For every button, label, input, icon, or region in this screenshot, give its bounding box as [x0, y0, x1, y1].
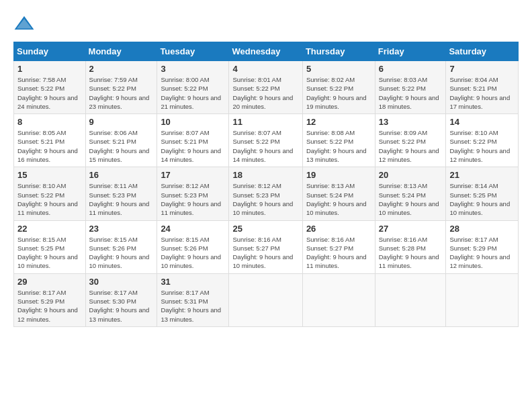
calendar-cell: 7Sunrise: 8:04 AMSunset: 5:21 PMDaylight…: [446, 61, 519, 114]
calendar-cell: 26Sunrise: 8:16 AMSunset: 5:27 PMDayligh…: [302, 220, 375, 273]
calendar-cell: 8Sunrise: 8:05 AMSunset: 5:21 PMDaylight…: [14, 114, 86, 167]
day-info: Sunrise: 8:07 AMSunset: 5:22 PMDaylight:…: [232, 128, 298, 164]
day-info: Sunrise: 8:17 AMSunset: 5:30 PMDaylight:…: [89, 288, 154, 324]
header-friday: Friday: [375, 42, 446, 61]
day-number: 20: [379, 170, 443, 180]
calendar-cell: 1Sunrise: 7:58 AMSunset: 5:22 PMDaylight…: [14, 61, 86, 114]
calendar-cell: 5Sunrise: 8:02 AMSunset: 5:22 PMDaylight…: [302, 61, 375, 114]
day-number: 19: [306, 170, 371, 180]
header-monday: Monday: [85, 42, 157, 61]
calendar-cell: 28Sunrise: 8:17 AMSunset: 5:29 PMDayligh…: [446, 220, 519, 273]
calendar-cell: 27Sunrise: 8:16 AMSunset: 5:28 PMDayligh…: [375, 220, 446, 273]
day-number: 28: [449, 224, 515, 234]
day-info: Sunrise: 8:15 AMSunset: 5:26 PMDaylight:…: [89, 235, 154, 271]
calendar-cell: 14Sunrise: 8:10 AMSunset: 5:22 PMDayligh…: [446, 114, 519, 167]
day-info: Sunrise: 8:17 AMSunset: 5:31 PMDaylight:…: [161, 288, 225, 324]
day-info: Sunrise: 8:16 AMSunset: 5:27 PMDaylight:…: [232, 235, 298, 271]
day-info: Sunrise: 8:15 AMSunset: 5:26 PMDaylight:…: [161, 235, 225, 271]
week-row-2: 15Sunrise: 8:10 AMSunset: 5:22 PMDayligh…: [14, 167, 519, 220]
day-info: Sunrise: 8:09 AMSunset: 5:22 PMDaylight:…: [379, 128, 443, 164]
calendar-body: 1Sunrise: 7:58 AMSunset: 5:22 PMDaylight…: [14, 61, 519, 327]
day-number: 24: [161, 224, 225, 234]
day-info: Sunrise: 8:15 AMSunset: 5:25 PMDaylight:…: [17, 235, 82, 271]
day-info: Sunrise: 8:11 AMSunset: 5:23 PMDaylight:…: [89, 181, 154, 217]
day-number: 29: [17, 277, 82, 287]
calendar-cell: 15Sunrise: 8:10 AMSunset: 5:22 PMDayligh…: [14, 167, 86, 220]
header-thursday: Thursday: [302, 42, 375, 61]
day-number: 25: [232, 224, 298, 234]
day-number: 10: [161, 117, 225, 127]
day-info: Sunrise: 8:05 AMSunset: 5:21 PMDaylight:…: [17, 128, 82, 164]
header-wednesday: Wednesday: [229, 42, 302, 61]
calendar-cell: 29Sunrise: 8:17 AMSunset: 5:29 PMDayligh…: [14, 273, 86, 326]
day-info: Sunrise: 8:07 AMSunset: 5:21 PMDaylight:…: [161, 128, 225, 164]
header-tuesday: Tuesday: [157, 42, 229, 61]
day-info: Sunrise: 8:12 AMSunset: 5:23 PMDaylight:…: [232, 181, 298, 217]
day-number: 4: [232, 64, 298, 74]
calendar-cell: 16Sunrise: 8:11 AMSunset: 5:23 PMDayligh…: [85, 167, 157, 220]
day-info: Sunrise: 8:16 AMSunset: 5:28 PMDaylight:…: [379, 235, 443, 271]
day-info: Sunrise: 8:03 AMSunset: 5:22 PMDaylight:…: [379, 75, 443, 111]
day-info: Sunrise: 8:06 AMSunset: 5:21 PMDaylight:…: [89, 128, 154, 164]
week-row-0: 1Sunrise: 7:58 AMSunset: 5:22 PMDaylight…: [14, 61, 519, 114]
day-number: 23: [89, 224, 154, 234]
header-saturday: Saturday: [446, 42, 519, 61]
day-info: Sunrise: 7:58 AMSunset: 5:22 PMDaylight:…: [17, 75, 82, 111]
day-info: Sunrise: 7:59 AMSunset: 5:22 PMDaylight:…: [89, 75, 154, 111]
day-info: Sunrise: 8:10 AMSunset: 5:22 PMDaylight:…: [449, 128, 515, 164]
day-number: 2: [89, 64, 154, 74]
week-row-3: 22Sunrise: 8:15 AMSunset: 5:25 PMDayligh…: [14, 220, 519, 273]
calendar-cell: 4Sunrise: 8:01 AMSunset: 5:22 PMDaylight…: [229, 61, 302, 114]
calendar-cell: 18Sunrise: 8:12 AMSunset: 5:23 PMDayligh…: [229, 167, 302, 220]
day-info: Sunrise: 8:02 AMSunset: 5:22 PMDaylight:…: [306, 75, 371, 111]
logo: [13, 13, 38, 35]
day-info: Sunrise: 8:14 AMSunset: 5:25 PMDaylight:…: [449, 181, 515, 217]
calendar-cell: 11Sunrise: 8:07 AMSunset: 5:22 PMDayligh…: [229, 114, 302, 167]
day-number: 3: [161, 64, 225, 74]
calendar-header: SundayMondayTuesdayWednesdayThursdayFrid…: [14, 42, 519, 61]
calendar-cell: 3Sunrise: 8:00 AMSunset: 5:22 PMDaylight…: [157, 61, 229, 114]
calendar-cell: 20Sunrise: 8:13 AMSunset: 5:24 PMDayligh…: [375, 167, 446, 220]
calendar-table: SundayMondayTuesdayWednesdayThursdayFrid…: [13, 42, 519, 327]
day-info: Sunrise: 8:08 AMSunset: 5:22 PMDaylight:…: [306, 128, 371, 164]
day-number: 17: [161, 170, 225, 180]
day-info: Sunrise: 8:17 AMSunset: 5:29 PMDaylight:…: [17, 288, 82, 324]
week-row-4: 29Sunrise: 8:17 AMSunset: 5:29 PMDayligh…: [14, 273, 519, 326]
day-info: Sunrise: 8:10 AMSunset: 5:22 PMDaylight:…: [17, 181, 82, 217]
day-number: 18: [232, 170, 298, 180]
day-number: 13: [379, 117, 443, 127]
day-info: Sunrise: 8:16 AMSunset: 5:27 PMDaylight:…: [306, 235, 371, 271]
day-info: Sunrise: 8:13 AMSunset: 5:24 PMDaylight:…: [306, 181, 371, 217]
day-number: 5: [306, 64, 371, 74]
day-number: 1: [17, 64, 82, 74]
calendar-cell: 21Sunrise: 8:14 AMSunset: 5:25 PMDayligh…: [446, 167, 519, 220]
day-number: 6: [379, 64, 443, 74]
day-number: 16: [89, 170, 154, 180]
day-number: 15: [17, 170, 82, 180]
header-row: SundayMondayTuesdayWednesdayThursdayFrid…: [14, 42, 519, 61]
calendar-cell: 17Sunrise: 8:12 AMSunset: 5:23 PMDayligh…: [157, 167, 229, 220]
day-info: Sunrise: 8:12 AMSunset: 5:23 PMDaylight:…: [161, 181, 225, 217]
day-number: 21: [449, 170, 515, 180]
calendar-cell: 22Sunrise: 8:15 AMSunset: 5:25 PMDayligh…: [14, 220, 86, 273]
day-info: Sunrise: 8:13 AMSunset: 5:24 PMDaylight:…: [379, 181, 443, 217]
header-sunday: Sunday: [14, 42, 86, 61]
page-header: [13, 13, 519, 35]
day-number: 31: [161, 277, 225, 287]
calendar-cell: 6Sunrise: 8:03 AMSunset: 5:22 PMDaylight…: [375, 61, 446, 114]
day-info: Sunrise: 8:01 AMSunset: 5:22 PMDaylight:…: [232, 75, 298, 111]
day-number: 14: [449, 117, 515, 127]
calendar-cell: 2Sunrise: 7:59 AMSunset: 5:22 PMDaylight…: [85, 61, 157, 114]
day-info: Sunrise: 8:04 AMSunset: 5:21 PMDaylight:…: [449, 75, 515, 111]
day-number: 8: [17, 117, 82, 127]
calendar-cell: 24Sunrise: 8:15 AMSunset: 5:26 PMDayligh…: [157, 220, 229, 273]
day-number: 26: [306, 224, 371, 234]
calendar-cell: 13Sunrise: 8:09 AMSunset: 5:22 PMDayligh…: [375, 114, 446, 167]
calendar-cell: 10Sunrise: 8:07 AMSunset: 5:21 PMDayligh…: [157, 114, 229, 167]
calendar-cell: 30Sunrise: 8:17 AMSunset: 5:30 PMDayligh…: [85, 273, 157, 326]
day-number: 7: [449, 64, 515, 74]
day-number: 27: [379, 224, 443, 234]
calendar-cell: [446, 273, 519, 326]
day-info: Sunrise: 8:17 AMSunset: 5:29 PMDaylight:…: [449, 235, 515, 271]
day-number: 9: [89, 117, 154, 127]
